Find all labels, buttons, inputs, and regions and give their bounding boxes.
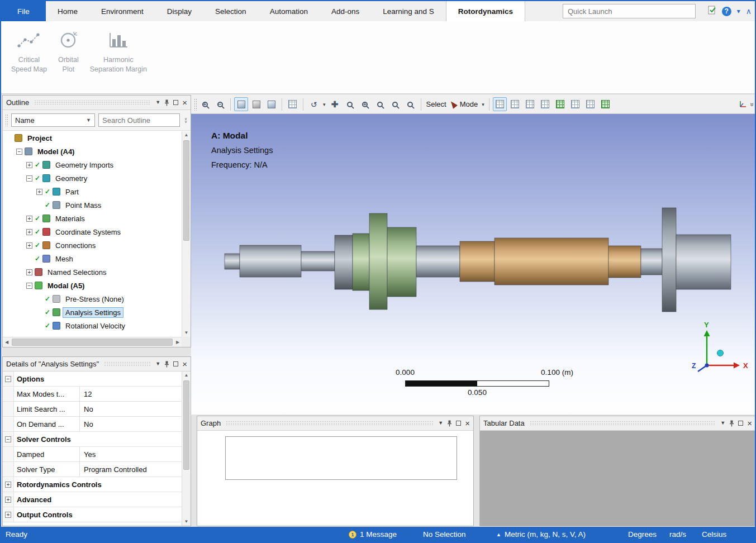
float-icon[interactable] bbox=[173, 100, 178, 105]
pin-icon[interactable] bbox=[447, 420, 452, 427]
close-icon[interactable]: × bbox=[747, 419, 752, 427]
quick-launch-input[interactable] bbox=[563, 4, 696, 18]
pan-icon[interactable]: ✚ bbox=[328, 97, 342, 111]
tree-item-project[interactable]: Project bbox=[3, 131, 182, 145]
face-filter-icon[interactable] bbox=[538, 97, 552, 111]
panel-menu-icon[interactable]: ▼ bbox=[720, 421, 725, 426]
expand-icon[interactable]: + bbox=[26, 269, 32, 275]
tab-learning[interactable]: Learning and S bbox=[371, 1, 446, 21]
zoom-fit-icon[interactable] bbox=[358, 97, 372, 111]
doc-check-icon[interactable] bbox=[708, 6, 716, 17]
details-section-options[interactable]: − Options bbox=[3, 371, 182, 387]
critical-speed-map-button[interactable]: CriticalSpeed Map bbox=[6, 27, 53, 78]
details-panel-header[interactable]: Details of "Analysis Settings" ▼ × bbox=[3, 357, 191, 371]
status-messages[interactable]: 1 1 Message bbox=[349, 527, 397, 542]
magnifier-icon[interactable] bbox=[373, 97, 387, 111]
close-icon[interactable]: × bbox=[182, 98, 187, 107]
collapse-ribbon-icon[interactable]: ∧ bbox=[746, 7, 752, 16]
name-filter-dropdown[interactable]: Name ▼ bbox=[11, 113, 95, 127]
zoom-in-icon[interactable] bbox=[198, 97, 212, 111]
details-section-solver-controls[interactable]: − Solver Controls bbox=[3, 432, 182, 447]
tree-item-rotational-velocity[interactable]: ✓Rotational Velocity bbox=[3, 319, 182, 332]
status-selection[interactable]: No Selection bbox=[423, 527, 466, 542]
scroll-down-icon[interactable]: ▼ bbox=[182, 329, 191, 337]
search-outline-input[interactable] bbox=[98, 113, 180, 127]
outline-horizontal-scrollbar[interactable]: ◀ ▶ bbox=[3, 337, 182, 347]
graphics-viewport[interactable]: Y X Z A: Modal Analysis Settings Frequen… bbox=[191, 114, 756, 415]
tab-home[interactable]: Home bbox=[46, 1, 89, 21]
previous-view-icon[interactable] bbox=[388, 97, 402, 111]
tree-item-materials[interactable]: +✓Materials bbox=[3, 212, 182, 225]
status-units[interactable]: ▲ Metric (m, kg, N, s, V, A) bbox=[496, 527, 586, 542]
axis-triad-icon[interactable] bbox=[735, 97, 749, 111]
node-filter-icon[interactable] bbox=[568, 97, 582, 111]
rotate-dropdown-icon[interactable]: ▾ bbox=[322, 102, 327, 107]
tree-item-point-mass[interactable]: ✓Point Mass bbox=[3, 198, 182, 212]
section-view-icon[interactable] bbox=[264, 97, 278, 111]
tab-automation[interactable]: Automation bbox=[258, 1, 320, 21]
tab-environment[interactable]: Environment bbox=[89, 1, 155, 21]
expand-icon[interactable]: + bbox=[5, 482, 11, 488]
tab-selection[interactable]: Selection bbox=[203, 1, 258, 21]
overflow-chevrons-icon[interactable]: ∨∨ bbox=[183, 117, 188, 123]
help-icon[interactable]: ? bbox=[722, 7, 731, 16]
zoom-box-icon[interactable] bbox=[343, 97, 357, 111]
tab-file[interactable]: File bbox=[1, 1, 46, 21]
vertex-filter-icon[interactable] bbox=[508, 97, 522, 111]
expand-icon[interactable]: + bbox=[36, 189, 42, 195]
mesh-filter-icon[interactable] bbox=[598, 97, 612, 111]
scrollbar-thumb[interactable] bbox=[12, 339, 173, 346]
close-icon[interactable]: × bbox=[182, 360, 187, 368]
details-vertical-scrollbar[interactable]: ▲ ▼ bbox=[182, 371, 191, 526]
pin-icon[interactable] bbox=[164, 99, 169, 106]
collapse-icon[interactable]: − bbox=[5, 376, 11, 382]
mode-dropdown-label[interactable]: Mode bbox=[458, 100, 480, 108]
tree-item-pre-stress[interactable]: ✓Pre-Stress (None) bbox=[3, 292, 182, 306]
toolbar-overflow-icon[interactable]: » bbox=[749, 102, 756, 106]
toolbar-handle[interactable] bbox=[194, 98, 197, 111]
next-view-icon[interactable] bbox=[403, 97, 417, 111]
expand-icon[interactable]: + bbox=[5, 512, 11, 518]
status-rotational-velocity[interactable]: rad/s bbox=[669, 527, 686, 542]
pin-icon[interactable] bbox=[729, 420, 734, 427]
scrollbar-thumb[interactable] bbox=[183, 380, 189, 470]
viewports-icon[interactable] bbox=[286, 97, 299, 111]
tree-item-modal[interactable]: −Modal (A5) bbox=[3, 279, 182, 292]
collapse-icon[interactable]: − bbox=[26, 283, 32, 289]
expand-icon[interactable]: + bbox=[26, 216, 32, 222]
element-filter-icon[interactable] bbox=[583, 97, 597, 111]
harmonic-separation-margin-button[interactable]: HarmonicSeparation Margin bbox=[84, 27, 153, 78]
tab-display[interactable]: Display bbox=[155, 1, 203, 21]
select-cursor-icon[interactable] bbox=[449, 99, 458, 108]
collapse-icon[interactable]: − bbox=[26, 175, 32, 182]
details-section-rotordynamics-controls[interactable]: + Rotordynamics Controls bbox=[3, 477, 182, 492]
outline-panel-header[interactable]: Outline ▼ × bbox=[3, 96, 191, 110]
tree-item-model[interactable]: −Model (A4) bbox=[3, 145, 182, 158]
tree-item-part[interactable]: +✓Part bbox=[3, 185, 182, 198]
details-section-output-controls[interactable]: + Output Controls bbox=[3, 507, 182, 522]
body-filter-icon[interactable] bbox=[553, 97, 567, 111]
tree-item-coordinate-systems[interactable]: +✓Coordinate Systems bbox=[3, 225, 182, 239]
tree-item-connections[interactable]: +✓Connections bbox=[3, 239, 182, 252]
tab-add-ons[interactable]: Add-ons bbox=[320, 1, 371, 21]
mode-dropdown-icon[interactable]: ▾ bbox=[481, 102, 486, 107]
tree-item-mesh[interactable]: ✓Mesh bbox=[3, 252, 182, 265]
scroll-right-icon[interactable]: ▶ bbox=[174, 337, 182, 347]
rotate-icon[interactable]: ↺ bbox=[307, 97, 321, 111]
scroll-up-icon[interactable]: ▲ bbox=[182, 371, 191, 379]
panel-menu-icon[interactable]: ▼ bbox=[155, 100, 160, 105]
tree-item-geometry-imports[interactable]: +✓Geometry Imports bbox=[3, 158, 182, 172]
orbital-plot-button[interactable]: OrbitalPlot bbox=[53, 27, 84, 78]
expand-icon[interactable]: + bbox=[26, 242, 32, 249]
tree-item-named-selections[interactable]: +Named Selections bbox=[3, 265, 182, 279]
scrollbar-thumb[interactable] bbox=[183, 140, 189, 241]
select-mode-label[interactable]: Select bbox=[425, 100, 448, 108]
expand-icon[interactable]: + bbox=[26, 229, 32, 235]
graph-panel-header[interactable]: Graph ▼ × bbox=[197, 416, 473, 431]
help-dropdown-icon[interactable]: ▾ bbox=[737, 7, 740, 15]
panel-menu-icon[interactable]: ▼ bbox=[155, 361, 160, 366]
status-temperature[interactable]: Celsius bbox=[702, 527, 726, 542]
expand-icon[interactable]: + bbox=[26, 162, 32, 168]
rotor-model[interactable]: Y X Z bbox=[191, 114, 756, 415]
tree-item-analysis-settings[interactable]: ✓Analysis Settings bbox=[3, 306, 182, 319]
